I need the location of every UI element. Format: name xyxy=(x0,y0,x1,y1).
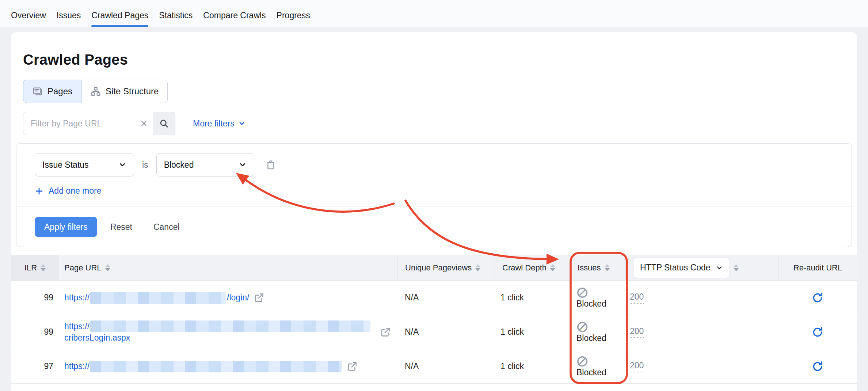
status-code-link[interactable]: 200 xyxy=(630,292,644,304)
sort-icon[interactable] xyxy=(105,264,110,271)
table-row: 97 https:// N/A 1 click xyxy=(11,349,857,384)
sort-icon[interactable] xyxy=(550,264,555,271)
search-button[interactable] xyxy=(153,112,175,135)
tab-issues[interactable]: Issues xyxy=(57,0,81,27)
pages-icon xyxy=(32,86,43,97)
sort-icon[interactable] xyxy=(475,264,480,271)
ilr-value: 99 xyxy=(11,281,59,315)
unique-pageviews-value: N/A xyxy=(397,315,495,349)
apply-filters-button[interactable]: Apply filters xyxy=(35,217,97,237)
filter-field-value: Issue Status xyxy=(42,160,89,170)
http-status-cell: 200 xyxy=(625,349,778,383)
issues-header-label: Issues xyxy=(578,263,601,273)
unique-pageviews-value: N/A xyxy=(397,349,495,383)
tab-overview[interactable]: Overview xyxy=(11,0,46,27)
external-link-icon xyxy=(347,361,358,372)
cancel-button[interactable]: Cancel xyxy=(145,217,188,237)
ilr-header-label: ILR xyxy=(24,263,37,273)
issues-cell: Blocked xyxy=(570,315,625,349)
tab-crawled-pages[interactable]: Crawled Pages xyxy=(91,0,148,27)
sort-icon[interactable] xyxy=(605,264,610,271)
re-audit-cell xyxy=(778,315,857,349)
more-filters-link[interactable]: More filters xyxy=(193,119,245,129)
issue-label: Blocked xyxy=(576,333,606,343)
column-header-http-status: HTTP Status Code xyxy=(625,255,778,280)
add-one-more-label: Add one more xyxy=(49,186,101,196)
page-url-cell: https:// xyxy=(59,349,397,383)
column-header-issues[interactable]: Issues xyxy=(570,255,625,280)
page-url-link[interactable]: https:// cribersLogin.aspx xyxy=(64,320,371,343)
re-audit-button[interactable] xyxy=(812,361,823,372)
refresh-icon xyxy=(812,326,823,338)
column-header-page-url[interactable]: Page URL xyxy=(59,255,397,280)
blocked-icon xyxy=(576,321,588,333)
more-filters-label: More filters xyxy=(193,119,235,129)
filter-condition-row: Issue Status is Blocked xyxy=(16,144,852,176)
column-header-unique-pageviews[interactable]: Unique Pageviews xyxy=(397,255,495,280)
re-audit-header-label: Re-audit URL xyxy=(793,263,842,273)
status-code-link[interactable]: 200 xyxy=(630,361,644,372)
blocked-icon xyxy=(576,287,588,299)
clear-input-icon[interactable] xyxy=(140,119,148,128)
toggle-site-structure[interactable]: Site Structure xyxy=(81,80,168,103)
site-structure-icon xyxy=(90,86,101,97)
crawl-depth-header-label: Crawl Depth xyxy=(502,263,547,273)
page-url-filter-input[interactable] xyxy=(23,112,153,135)
chevron-down-icon xyxy=(716,264,723,272)
tab-statistics[interactable]: Statistics xyxy=(159,0,193,27)
page-url-cell: https:// cribersLogin.aspx xyxy=(59,315,397,349)
blocked-icon xyxy=(576,356,588,367)
http-status-cell: 200 xyxy=(625,315,778,349)
toggle-pages[interactable]: Pages xyxy=(23,80,81,103)
refresh-icon xyxy=(812,361,823,372)
reset-button[interactable]: Reset xyxy=(102,217,140,237)
open-url-button[interactable] xyxy=(347,361,358,372)
filter-field-select[interactable]: Issue Status xyxy=(35,153,134,176)
unique-pageviews-value: N/A xyxy=(397,281,495,315)
plus-icon xyxy=(35,187,43,196)
chevron-down-icon xyxy=(239,161,247,169)
issue-label: Blocked xyxy=(576,299,606,309)
remove-filter-button[interactable] xyxy=(265,159,276,170)
url-prefix: https:// xyxy=(64,361,90,371)
open-url-button[interactable] xyxy=(380,327,391,338)
http-status-header-label: HTTP Status Code xyxy=(640,263,711,273)
filter-actions: Apply filters Reset Cancel xyxy=(16,206,852,247)
add-one-more-link[interactable]: Add one more xyxy=(35,186,101,196)
issue-label: Blocked xyxy=(576,368,606,377)
page-url-link[interactable]: https:// xyxy=(64,361,342,372)
search-icon xyxy=(159,118,169,129)
re-audit-button[interactable] xyxy=(812,326,823,338)
column-header-crawl-depth[interactable]: Crawl Depth xyxy=(495,255,570,280)
redacted-url-segment xyxy=(90,361,342,372)
refresh-icon xyxy=(812,292,823,304)
table-row: 99 https:// cribersLogin.aspx N/A 1 clic… xyxy=(11,315,857,349)
page-url-link[interactable]: https:///login/ xyxy=(64,292,249,304)
column-header-ilr[interactable]: ILR xyxy=(11,255,59,280)
filter-value-select[interactable]: Blocked xyxy=(156,153,254,176)
re-audit-cell xyxy=(778,281,857,315)
tab-progress[interactable]: Progress xyxy=(277,0,310,27)
tab-compare-crawls[interactable]: Compare Crawls xyxy=(203,0,266,27)
open-url-button[interactable] xyxy=(254,292,264,303)
http-status-code-dropdown[interactable]: HTTP Status Code xyxy=(633,258,730,278)
chevron-down-icon xyxy=(118,161,126,169)
crawl-depth-value: 1 click xyxy=(495,349,570,383)
filter-value: Blocked xyxy=(164,160,194,170)
redacted-url-segment xyxy=(90,320,370,332)
chevron-down-icon xyxy=(238,120,245,127)
url-prefix: https:// xyxy=(64,321,90,332)
column-header-re-audit: Re-audit URL xyxy=(778,255,857,280)
status-code-link[interactable]: 200 xyxy=(630,326,644,338)
issues-cell: Blocked xyxy=(570,281,625,315)
view-toggle-group: Pages Site Structure xyxy=(23,80,168,103)
re-audit-button[interactable] xyxy=(812,292,823,304)
table-row xyxy=(11,384,857,391)
url-line2: cribersLogin.aspx xyxy=(64,332,371,343)
external-link-icon xyxy=(380,327,391,338)
sort-icon[interactable] xyxy=(734,264,739,271)
sort-icon[interactable] xyxy=(41,264,46,271)
crawl-depth-value: 1 click xyxy=(495,281,570,315)
url-filter xyxy=(23,112,175,135)
table-row: 99 https:///login/ N/A 1 click xyxy=(11,281,857,315)
